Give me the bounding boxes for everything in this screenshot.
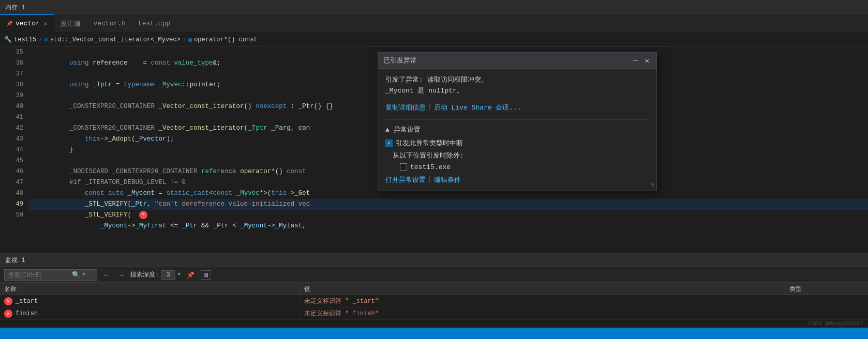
break-checkbox[interactable]: ✓ xyxy=(385,140,393,147)
line-46: 46 xyxy=(3,166,23,177)
error-icon-start: ✕ xyxy=(4,297,12,305)
panel-header-label: 监视 1 xyxy=(5,256,25,265)
nav-forward-button[interactable]: → xyxy=(116,270,126,280)
line-50: 50 xyxy=(3,210,23,221)
line-40: 40 xyxy=(3,101,23,112)
nav-back-button[interactable]: ← xyxy=(101,270,112,280)
panel-toolbar: 🔍 ▼ ← → 搜索深度: 3 ▼ 📌 ⊞ xyxy=(0,267,868,283)
search-dropdown-icon[interactable]: ▼ xyxy=(82,272,85,278)
watch-name-start: _start xyxy=(16,298,38,305)
col-type-header: 类型 xyxy=(785,283,868,295)
open-settings-link[interactable]: 打开异常设置 xyxy=(385,175,426,184)
col-name-header: 名称 xyxy=(0,283,300,295)
resize-handle[interactable]: ⊞ xyxy=(651,181,654,189)
tab-label-disasm: 反汇编 xyxy=(61,19,81,28)
search-input[interactable] xyxy=(8,271,70,279)
breadcrumb-file-icon: 🔧 xyxy=(4,36,12,43)
breadcrumb-class-icon: ⚙ xyxy=(44,36,48,43)
tab-vector[interactable]: 📌 vector ✕ xyxy=(0,14,54,32)
line-49: ➤ 49 xyxy=(3,199,23,210)
status-bar xyxy=(0,328,868,339)
watch-cell-name-start: ✕ _start xyxy=(0,296,300,306)
line-44: 44 xyxy=(3,145,23,156)
link-sep: | xyxy=(428,175,432,184)
error-icon-finish: ✕ xyxy=(4,310,12,318)
panel-header: 监视 1 xyxy=(0,254,868,267)
title-label: 内存 1 xyxy=(5,3,25,12)
popup-body: 引发了异常: 读取访问权限冲突。 _Mycont 是 nullptr。 复制详细… xyxy=(378,69,656,191)
line-36: 36 xyxy=(3,58,23,69)
pin-button[interactable]: 📌 xyxy=(185,270,197,280)
tab-pin-icon: 📌 xyxy=(6,21,12,27)
breadcrumb-method[interactable]: operator*() const xyxy=(194,36,257,43)
line-45: 45 xyxy=(3,156,23,166)
break-option: ✓ 引发此异常类型时中断 xyxy=(385,138,649,148)
tab-label-test-cpp: test.cpp xyxy=(138,20,170,27)
editor-container: 35 36 37 38 39 40 41 42 43 44 45 46 47 4… xyxy=(0,47,868,253)
exception-line2: _Mycont 是 nullptr。 xyxy=(385,86,649,97)
exception-message: 引发了异常: 读取访问权限冲突。 _Mycont 是 nullptr。 xyxy=(385,75,649,97)
line-47: 47 xyxy=(3,177,23,188)
watch-cell-val-start: 未定义标识符 " _start" xyxy=(300,296,785,306)
tab-vector-h[interactable]: vector.h xyxy=(87,14,131,32)
line-37: 37 xyxy=(3,69,23,80)
depth-value[interactable]: 3 xyxy=(161,270,175,280)
tab-test-cpp[interactable]: test.cpp xyxy=(132,14,176,32)
depth-dropdown-icon[interactable]: ▼ xyxy=(177,272,181,278)
popup-controls: ─ ✕ xyxy=(631,56,651,65)
popup-minimize-button[interactable]: ─ xyxy=(631,56,639,65)
watch-row-start[interactable]: ✕ _start 未定义标识符 " _start" xyxy=(0,295,868,307)
search-icon: 🔍 xyxy=(72,271,80,279)
breadcrumb-class[interactable]: std::_Vector_const_iterator<_Myvec> xyxy=(50,36,181,43)
tab-close-vector[interactable]: ✕ xyxy=(43,20,49,27)
watch-cell-type-start xyxy=(785,300,868,302)
columns-button[interactable]: ⊞ xyxy=(201,270,211,280)
tab-disasm[interactable]: 反汇编 xyxy=(54,14,87,32)
code-line-50: _Mycont->_Myfirst <= _Ptr && _Ptr < _Myc… xyxy=(28,210,868,221)
exception-actions: 复制详细信息 | 启动 Live Share 会话... xyxy=(385,103,649,112)
col-val-header: 值 xyxy=(300,283,785,295)
line-48: 48 xyxy=(3,188,23,199)
copy-details-link[interactable]: 复制详细信息 xyxy=(385,103,426,112)
title-bar: 内存 1 xyxy=(0,0,868,14)
edit-conditions-link[interactable]: 编辑条件 xyxy=(434,175,461,184)
live-share-link[interactable]: 启动 Live Share 会话... xyxy=(434,103,521,112)
breadcrumb-bar: 🔧 test15 › ⚙ std::_Vector_const_iterator… xyxy=(0,33,868,47)
exception-settings: ▲ ▲ 异常设置异常设置 ✓ 引发此异常类型时中断 从以下位置引发时除外: te… xyxy=(385,119,649,184)
watch-cell-val-finish: 未定义标识符 " finish" xyxy=(300,308,785,319)
watch-table-header: 名称 值 类型 xyxy=(0,283,868,295)
test-exe-row: test15.exe xyxy=(400,163,649,171)
check-mark: ✓ xyxy=(387,140,391,146)
action-sep: | xyxy=(428,103,432,112)
watermark: CSDN @dong132697 xyxy=(808,320,863,327)
popup-title: 已引发异常 xyxy=(383,56,417,65)
test-exe-checkbox[interactable] xyxy=(400,163,407,171)
line-43: 43 xyxy=(3,134,23,145)
line-41: 41 xyxy=(3,112,23,123)
line-39: 39 xyxy=(3,90,23,101)
sub-label: 从以下位置引发时除外: xyxy=(393,151,649,160)
breadcrumb-sep2: › xyxy=(183,36,186,43)
watch-panel: 监视 1 🔍 ▼ ← → 搜索深度: 3 ▼ 📌 ⊞ 名称 值 类型 ✕ _st… xyxy=(0,253,868,333)
line-numbers: 35 36 37 38 39 40 41 42 43 44 45 46 47 4… xyxy=(0,47,28,253)
breadcrumb-method-icon: ▣ xyxy=(188,36,192,43)
tab-label-vector-h: vector.h xyxy=(93,20,125,27)
tab-bar: 📌 vector ✕ 反汇编 vector.h test.cpp xyxy=(0,14,868,33)
line-38: 38 xyxy=(3,80,23,90)
watch-row-finish[interactable]: ✕ finish 未定义标识符 " finish" xyxy=(0,307,868,320)
popup-close-button[interactable]: ✕ xyxy=(643,56,651,65)
tab-label: vector xyxy=(16,20,40,27)
breadcrumb-file[interactable]: test15 xyxy=(14,36,36,43)
depth-select: 搜索深度: 3 ▼ xyxy=(130,270,181,280)
exception-popup: 已引发异常 ─ ✕ 引发了异常: 读取访问权限冲突。 _Mycont 是 nul… xyxy=(378,52,657,191)
depth-label: 搜索深度: xyxy=(130,270,159,279)
line-35: 35 xyxy=(3,47,23,58)
test-exe-label: test15.exe xyxy=(410,163,451,171)
watch-table: 名称 值 类型 ✕ _start 未定义标识符 " _start" ✕ fini… xyxy=(0,283,868,333)
watch-name-finish: finish xyxy=(16,310,38,317)
line-42: 42 xyxy=(3,123,23,134)
search-box[interactable]: 🔍 ▼ xyxy=(4,269,97,281)
settings-links: 打开异常设置 | 编辑条件 xyxy=(385,175,649,184)
watch-cell-type-finish xyxy=(785,313,868,315)
breadcrumb-sep1: › xyxy=(38,36,42,43)
